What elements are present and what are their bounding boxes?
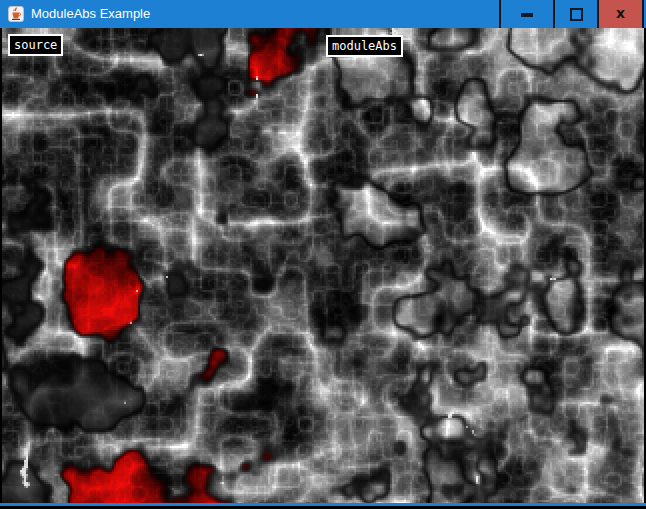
app-window: ModuleAbs Example x source moduleAbs <box>0 0 646 509</box>
minimize-button[interactable] <box>501 0 553 28</box>
close-button[interactable]: x <box>599 0 642 28</box>
moduleabs-panel-label: moduleAbs <box>326 35 403 57</box>
titlebar[interactable]: ModuleAbs Example x <box>0 0 646 28</box>
window-controls: x <box>499 0 644 28</box>
maximize-icon <box>570 8 583 21</box>
java-coffee-cup-icon[interactable] <box>8 6 24 22</box>
window-title: ModuleAbs Example <box>31 0 150 28</box>
source-panel-label: source <box>8 34 63 56</box>
close-icon: x <box>616 6 625 20</box>
noise-canvas <box>2 28 644 503</box>
content-area: source moduleAbs <box>0 28 646 503</box>
minimize-icon <box>521 13 533 17</box>
maximize-button[interactable] <box>555 0 597 28</box>
control-separator <box>642 0 644 28</box>
